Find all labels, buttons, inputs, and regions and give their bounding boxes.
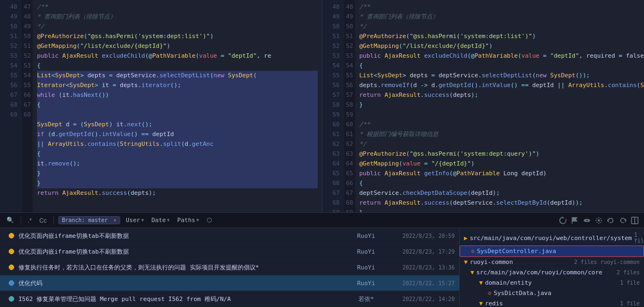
folder-icon: ▼ <box>470 269 474 276</box>
commit-dot <box>9 296 14 302</box>
commit-row[interactable]: I562 修复菜单管理已知问题 Merge pull request I562 … <box>0 291 459 307</box>
commits-list[interactable]: 优化页面内嵌iframe切换tab不刷新数据RuoYi2022/8/23, 20… <box>0 228 459 307</box>
tree-item-label: SysDictData.java <box>494 290 640 297</box>
bottom-toolbar: 🔍 .* Cc Branch: master × User ▼ Date ▼ P… <box>0 213 644 228</box>
toolbar-action-icons <box>558 216 640 225</box>
date-dropdown[interactable]: Date ▼ <box>149 216 171 225</box>
commit-dot <box>9 233 14 238</box>
right-code-panel: 484950515253 545556575859 606162636465 6… <box>323 0 645 212</box>
user-label: User <box>126 217 140 224</box>
eye-button[interactable] <box>582 216 592 225</box>
left-gutter: 474849505152 535455 666768 <box>22 0 33 212</box>
external-link-icon: ⬡ <box>207 217 212 224</box>
commit-message: I562 修复菜单管理已知问题 Merge pull request I562 … <box>18 295 343 303</box>
redo-button[interactable] <box>618 216 628 225</box>
settings-button[interactable] <box>594 216 604 225</box>
left-code-panel: 484950515253 545556 676869 474849505152 … <box>0 0 323 212</box>
code-area: 484950515253 545556 676869 474849505152 … <box>0 0 644 212</box>
flag-icon <box>571 217 579 224</box>
folder-icon: ▼ <box>479 279 483 286</box>
tree-item-meta: 1 file <box>620 300 640 306</box>
commit-date: 2022/8/23, 17:29 <box>389 249 455 255</box>
layout-icon <box>631 217 639 224</box>
commit-author: RuoYi <box>347 248 385 255</box>
commit-author: 若依* <box>347 295 385 303</box>
user-dropdown[interactable]: User ▼ <box>123 216 146 225</box>
right-line-numbers: 484950515253 545556575859 606162636465 6… <box>323 0 344 212</box>
commit-author: RuoYi <box>347 232 385 240</box>
tree-folder[interactable]: ▼ruoyi-common2 files ruoyi-common <box>460 257 644 267</box>
commit-row[interactable]: 优化代码RuoYi2022/8/22, 15:27 <box>0 275 459 291</box>
separator-1 <box>21 217 21 224</box>
file-icon: ⊙ <box>471 248 475 255</box>
regex-label: .* <box>28 217 32 224</box>
commit-row[interactable]: 优化页面内嵌iframe切换tab不刷新数据RuoYi2022/8/23, 20… <box>0 228 459 244</box>
svg-point-2 <box>586 219 588 221</box>
left-code-lines: /** * 查询部门列表（排除节点） */ @PreAuthorize("@ss… <box>33 0 322 212</box>
tree-folder[interactable]: ▼redis1 file <box>460 298 644 307</box>
gear-icon <box>595 217 603 224</box>
commit-date: 2022/8/22, 15:27 <box>389 280 455 286</box>
folder-icon: ▼ <box>464 259 468 266</box>
branch-label: Branch: master <box>62 217 108 223</box>
user-arrow-icon: ▼ <box>141 218 144 223</box>
commit-dot <box>9 265 14 270</box>
tree-item-label: src/main/java/com/ruoyi/web/controller/s… <box>470 235 632 242</box>
bottom-panel: 🔍 .* Cc Branch: master × User ▼ Date ▼ P… <box>0 212 644 307</box>
search-button[interactable]: 🔍 <box>4 216 16 225</box>
bottom-content: 优化页面内嵌iframe切换tab不刷新数据RuoYi2022/8/23, 20… <box>0 228 644 307</box>
case-label: Cc <box>39 217 46 224</box>
right-gutter: 484950515253 545556575859 606162636465 6… <box>344 0 355 212</box>
paths-dropdown[interactable]: Paths ▼ <box>175 216 201 225</box>
right-code-lines: /** * 查询部门列表（排除节点） */ @PreAuthorize("@ss… <box>355 0 645 212</box>
tree-folder[interactable]: ▼src/main/java/com/ruoyi/common/core2 fi… <box>460 267 644 278</box>
search-icon: 🔍 <box>7 217 14 224</box>
undo-button[interactable] <box>606 216 616 225</box>
commit-row[interactable]: 优化页面内嵌iframe切换tab不刷新数据RuoYi2022/8/23, 17… <box>0 244 459 260</box>
tree-item-label: src/main/java/com/ruoyi/common/core <box>476 269 615 276</box>
commit-dot <box>9 249 14 254</box>
tree-item-meta: 2 files ruoyi-common <box>574 259 640 265</box>
commit-date: 2022/8/23, 13:36 <box>389 265 455 271</box>
undo-icon <box>607 217 615 224</box>
commit-author: RuoYi <box>347 264 385 271</box>
tree-item-meta: 1 file <box>634 232 644 244</box>
refresh-icon <box>559 217 567 224</box>
date-label: Date <box>151 217 166 224</box>
separator-2 <box>53 217 54 224</box>
tree-folder[interactable]: ▼domain/entity1 file <box>460 278 644 288</box>
tree-file[interactable]: ⊙SysDeptController.java <box>460 245 644 257</box>
tree-file[interactable]: ⊙SysDictData.java <box>460 288 644 298</box>
paths-arrow-icon: ▼ <box>196 218 199 223</box>
commit-message: 优化页面内嵌iframe切换tab不刷新数据 <box>18 232 343 240</box>
tree-item-label: redis <box>485 300 618 307</box>
tree-item-label: ruoyi-common <box>470 259 572 266</box>
paths-label: Paths <box>177 217 195 224</box>
folder-icon: ▼ <box>479 300 483 307</box>
flag-button[interactable] <box>570 216 580 225</box>
date-arrow-icon: ▼ <box>167 218 170 223</box>
left-line-numbers: 484950515253 545556 676869 <box>0 0 22 212</box>
layout-button[interactable] <box>630 216 640 225</box>
file-icon: ⊙ <box>488 290 492 297</box>
branch-close: × <box>113 217 116 223</box>
refresh-button[interactable] <box>558 216 568 225</box>
file-tree: ▶src/main/java/com/ruoyi/web/controller/… <box>459 228 644 307</box>
external-link-button[interactable]: ⬡ <box>205 216 214 225</box>
commit-row[interactable]: 修复执行任务时，若方法入口在任务的父类，则无法执行的问题 实际项目开发提醒的倡议… <box>0 260 459 275</box>
commit-message: 优化代码 <box>18 279 343 287</box>
tree-item-label: SysDeptController.java <box>477 248 639 255</box>
tree-folder[interactable]: ▶src/main/java/com/ruoyi/web/controller/… <box>460 230 644 245</box>
regex-button[interactable]: .* <box>26 216 34 225</box>
commit-message: 修复执行任务时，若方法入口在任务的父类，则无法执行的问题 实际项目开发提醒的倡议… <box>18 263 343 272</box>
tree-item-label: domain/entity <box>485 279 618 286</box>
tree-item-meta: 2 files <box>617 269 640 275</box>
case-button[interactable]: Cc <box>37 216 48 225</box>
eye-icon <box>583 217 591 224</box>
redo-icon <box>619 217 627 224</box>
branch-tag[interactable]: Branch: master × <box>58 216 120 224</box>
svg-point-3 <box>598 219 600 222</box>
commit-dot <box>9 280 14 286</box>
folder-icon: ▶ <box>464 235 468 242</box>
tree-item-meta: 1 file <box>620 280 640 286</box>
